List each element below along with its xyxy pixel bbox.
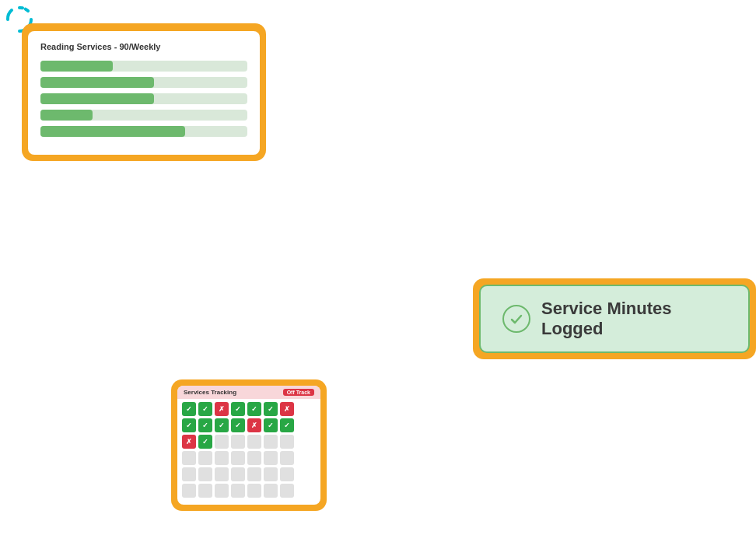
cell <box>231 435 245 449</box>
tracking-grid: ✓ ✓ ✗ ✓ ✓ ✓ ✗ ✓ ✓ ✓ ✓ ✗ ✓ ✓ ✗ ✓ <box>177 399 320 505</box>
cell <box>215 484 229 498</box>
progress-bar-3 <box>40 93 247 104</box>
services-tracking-card: Services Tracking Off Track ✓ ✓ ✗ ✓ ✓ ✓ … <box>177 386 320 505</box>
tracking-title: Services Tracking <box>184 389 236 396</box>
cell: ✗ <box>182 435 196 449</box>
checkmark-icon <box>502 305 530 333</box>
cell: ✓ <box>182 418 196 432</box>
cell: ✗ <box>247 418 261 432</box>
cell: ✓ <box>231 418 245 432</box>
cell: ✓ <box>247 402 261 416</box>
service-badge-text: Service Minutes Logged <box>541 299 726 339</box>
cell: ✓ <box>198 418 212 432</box>
service-minutes-badge: Service Minutes Logged <box>479 285 750 353</box>
cell: ✗ <box>280 402 294 416</box>
cell <box>264 435 278 449</box>
tracking-row-6 <box>182 484 316 498</box>
cell <box>247 435 261 449</box>
tracking-row-4 <box>182 451 316 465</box>
cell <box>198 451 212 465</box>
cell <box>182 467 196 481</box>
tracking-row-1: ✓ ✓ ✗ ✓ ✓ ✓ ✗ <box>182 402 316 416</box>
cell <box>247 484 261 498</box>
cell: ✓ <box>182 402 196 416</box>
cell: ✓ <box>231 402 245 416</box>
progress-bar-1 <box>40 61 247 72</box>
cell: ✓ <box>264 402 278 416</box>
cell <box>280 484 294 498</box>
tracking-row-5 <box>182 467 316 481</box>
tracking-row-3: ✗ ✓ <box>182 435 316 449</box>
cell <box>264 484 278 498</box>
cell <box>264 467 278 481</box>
cell <box>198 484 212 498</box>
cell: ✓ <box>264 418 278 432</box>
tracking-header: Services Tracking Off Track <box>177 386 320 399</box>
services-tracking-card-wrapper: Services Tracking Off Track ✓ ✓ ✗ ✓ ✓ ✓ … <box>171 379 327 511</box>
progress-bar-4 <box>40 110 247 121</box>
tracking-row-2: ✓ ✓ ✓ ✓ ✗ ✓ ✓ <box>182 418 316 432</box>
cell <box>280 467 294 481</box>
cell <box>231 451 245 465</box>
progress-bar-2 <box>40 77 247 88</box>
progress-bar-5 <box>40 126 247 137</box>
cell <box>280 435 294 449</box>
cell <box>231 467 245 481</box>
cell <box>247 467 261 481</box>
cell: ✓ <box>215 418 229 432</box>
reading-services-card: Reading Services - 90/Weekly <box>22 23 266 161</box>
cell: ✓ <box>280 418 294 432</box>
cell: ✓ <box>198 402 212 416</box>
cell <box>182 484 196 498</box>
cell <box>198 467 212 481</box>
cell: ✓ <box>198 435 212 449</box>
tracking-status-badge: Off Track <box>283 389 314 396</box>
cell <box>215 451 229 465</box>
cell <box>280 451 294 465</box>
cell <box>215 435 229 449</box>
cell <box>264 451 278 465</box>
reading-card-title: Reading Services - 90/Weekly <box>40 42 247 51</box>
cell <box>231 484 245 498</box>
cell <box>215 467 229 481</box>
cell <box>182 451 196 465</box>
cell <box>247 451 261 465</box>
cell: ✗ <box>215 402 229 416</box>
service-minutes-badge-wrapper: Service Minutes Logged <box>473 278 756 359</box>
